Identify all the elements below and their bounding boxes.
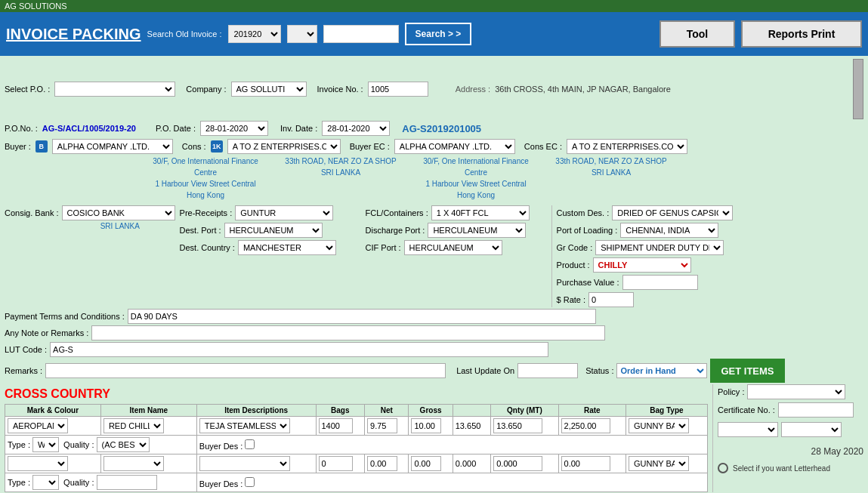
row1-gross[interactable]: [411, 418, 441, 433]
row1-qnty[interactable]: [493, 418, 542, 433]
row2-item-select[interactable]: [103, 456, 164, 471]
app-bar: AG SOLUTIONS: [0, 0, 868, 12]
reports-button[interactable]: Reports Print: [741, 20, 862, 48]
cons-icon: 1K: [211, 140, 223, 153]
row1-desc-select[interactable]: TEJA STEAMLESS: [199, 418, 290, 433]
row1-extra: 13.650: [456, 421, 481, 430]
port-loading-dropdown[interactable]: CHENNAI, INDIA: [620, 223, 718, 238]
pre-receipts-dropdown[interactable]: GUNTUR: [235, 205, 333, 220]
search-button[interactable]: Search > >: [405, 23, 472, 45]
custom-des-label: Custom Des. :: [557, 208, 610, 217]
po-date-select[interactable]: 28-01-2020: [200, 121, 268, 136]
row1-net[interactable]: [367, 418, 397, 433]
row1-quality-select[interactable]: (AC BEST): [97, 437, 150, 452]
col-mark: Mark & Colour: [5, 405, 101, 417]
dest-port-dropdown[interactable]: HERCULANEUM: [224, 223, 323, 238]
row1-bagtype-select[interactable]: GUNNY BAGS: [629, 418, 689, 433]
gr-code-label: Gr Code :: [557, 243, 593, 252]
company-dropdown[interactable]: AG SOLLUTI: [231, 82, 307, 97]
page-title: INVOICE PACKING: [6, 26, 141, 43]
discharge-port-dropdown[interactable]: HERCULANEUM: [428, 223, 526, 238]
scrollbar[interactable]: [853, 59, 863, 119]
dest-port-label: Dest. Port :: [180, 226, 221, 235]
row1-rate[interactable]: [561, 418, 610, 433]
custom-des-dropdown[interactable]: DRIED OF GENUS CAPSICUM: [612, 205, 733, 220]
cons-address: 33th ROAD, NEAR ZO ZA SHOPSRI LANKA: [284, 156, 397, 178]
col-desc: Item Descriptions: [196, 405, 316, 417]
cif-port-label: CIF Port :: [366, 243, 401, 252]
dest-country-dropdown[interactable]: MANCHESTER: [238, 240, 336, 255]
company-label: Company :: [186, 85, 226, 94]
row1-item-select[interactable]: RED CHILLI: [103, 418, 164, 433]
buyer-ec-dropdown[interactable]: ALPHA COMPANY .LTD.: [394, 139, 515, 154]
product-dropdown[interactable]: CHILLY: [593, 257, 691, 273]
buyer-ec-address: 30/F, One International Finance Centre1 …: [415, 156, 536, 201]
get-items-button[interactable]: GET ITEMS: [710, 359, 784, 383]
row1-bags[interactable]: [319, 418, 353, 433]
table-subrow2: Type : Quality : Buyer Des :: [5, 473, 708, 492]
invoice-select2[interactable]: [287, 25, 317, 43]
invoice-no-input[interactable]: [368, 82, 428, 97]
row2-qnty[interactable]: [493, 456, 542, 471]
table-row2: 0.000 GUNNY BAGS: [5, 454, 708, 473]
cons-label: Cons :: [182, 142, 206, 151]
row2-rate[interactable]: [561, 456, 610, 471]
row2-quality-input[interactable]: [97, 475, 157, 490]
cert-select1[interactable]: [718, 422, 778, 437]
remarks-input[interactable]: [45, 363, 446, 378]
last-update-label: Last Update On: [456, 366, 514, 375]
lut-code-input[interactable]: [50, 342, 548, 357]
buyer-icon: B: [36, 140, 48, 153]
col-extra: [453, 405, 490, 417]
cif-port-dropdown[interactable]: HERCULANEUM: [404, 240, 502, 255]
lut-code-label: LUT Code :: [5, 345, 47, 354]
cons-ec-address: 33th ROAD, NEAR ZO ZA SHOPSRI LANKA: [554, 156, 668, 178]
address-label: Address :: [456, 85, 490, 94]
fcl-dropdown[interactable]: 1 X 40FT FCL: [431, 205, 530, 220]
app-company: AG SOLUTIONS: [5, 2, 67, 11]
row2-bags[interactable]: [319, 456, 353, 471]
row2-type-select[interactable]: [32, 475, 59, 490]
certificate-input[interactable]: [778, 402, 854, 418]
payment-terms-input[interactable]: [128, 309, 596, 324]
select-po-label: Select P.O. :: [5, 85, 50, 94]
po-no-value: AG-S/ACL/1005/2019-20: [42, 124, 136, 133]
table-row: AEROPLANE RED CHILLI TEJA STEAMLESS 13.6…: [5, 417, 708, 436]
row2-desc-select[interactable]: [199, 456, 290, 471]
row2-bagtype-select[interactable]: GUNNY BAGS: [629, 456, 689, 471]
buyer-dropdown[interactable]: ALPHA COMPANY .LTD.: [52, 139, 173, 154]
any-note-input[interactable]: [91, 325, 605, 340]
row1-mark-select[interactable]: AEROPLANE: [8, 418, 68, 433]
consig-bank-sub: SRI LANKA: [65, 222, 175, 230]
remarks-label: Remarks :: [5, 366, 42, 375]
row2-gross[interactable]: [411, 456, 441, 471]
col-qnty: Qnty (MT): [491, 405, 558, 417]
items-table: Mark & Colour Item Name Item Description…: [5, 404, 708, 492]
search-extra-input[interactable]: [323, 25, 399, 43]
product-label: Product :: [557, 260, 590, 270]
consig-bank-dropdown[interactable]: COSICO BANK: [62, 205, 175, 220]
po-date-label: P.O. Date :: [156, 124, 196, 133]
row2-mark-select[interactable]: [8, 456, 68, 471]
cons-ec-dropdown[interactable]: A TO Z ENTERPRISES.CO: [567, 139, 687, 154]
row1-buyer-des-checkbox[interactable]: [245, 439, 255, 449]
buyer-ec-label: Buyer EC :: [350, 142, 390, 151]
table-subrow1: Type : WS Quality : (AC BEST) Buyer Des …: [5, 436, 708, 454]
gr-code-dropdown[interactable]: SHIPMENT UNDER DUTY DRAW: [595, 240, 724, 255]
cons-dropdown[interactable]: A TO Z ENTERPRISES.CO: [227, 139, 341, 154]
row2-buyer-des-checkbox[interactable]: [245, 477, 255, 487]
policy-dropdown[interactable]: [747, 384, 845, 399]
rate-input[interactable]: [588, 292, 634, 307]
purchase-value-input[interactable]: [622, 275, 698, 290]
row1-type-select[interactable]: WS: [32, 437, 59, 452]
row2-net[interactable]: [367, 456, 397, 471]
last-update-input[interactable]: [517, 363, 578, 378]
invoice-select[interactable]: 201920: [228, 25, 281, 43]
letterhead-radio[interactable]: [718, 463, 728, 473]
inv-date-select[interactable]: 28-01-2020: [322, 121, 390, 136]
tool-button[interactable]: Tool: [659, 20, 735, 48]
select-po-dropdown[interactable]: [54, 82, 175, 97]
payment-terms-label: Payment Terms and Conditions :: [5, 312, 125, 321]
cert-select2[interactable]: [781, 422, 842, 437]
status-dropdown[interactable]: Order in Hand: [616, 363, 707, 378]
